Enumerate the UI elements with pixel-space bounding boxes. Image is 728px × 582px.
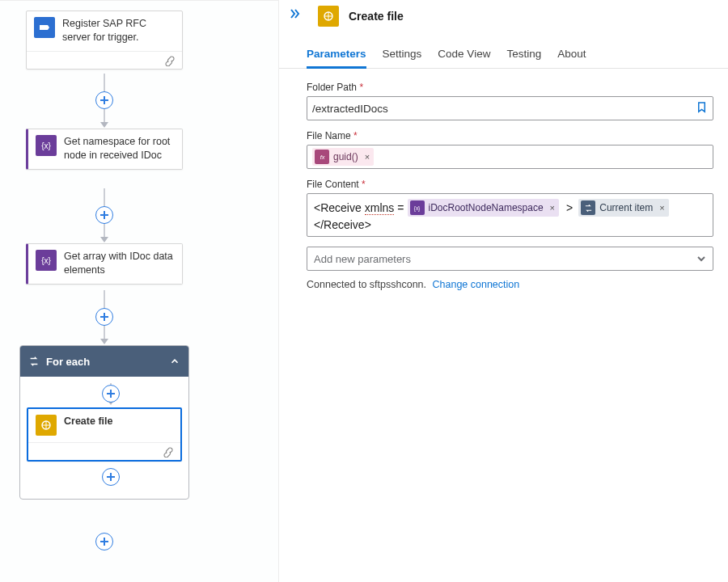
link-icon [163, 446, 174, 458]
tab-about[interactable]: About [557, 48, 586, 68]
add-action-button[interactable] [95, 206, 113, 224]
panel-tabs: Parameters Settings Code View Testing Ab… [279, 27, 728, 69]
node-title: Get array with IDoc data elements [64, 250, 175, 277]
foreach-header[interactable]: For each [20, 346, 188, 377]
add-action-button[interactable] [95, 308, 113, 326]
foreach-title: For each [46, 356, 90, 368]
chip-remove-icon[interactable]: × [365, 152, 370, 162]
loop-icon [28, 356, 40, 367]
change-connection-link[interactable]: Change connection [433, 279, 520, 290]
chip-label: Current item [599, 202, 653, 213]
fx-icon: fx [315, 150, 329, 164]
node-footer-bar [28, 442, 180, 460]
node-footer-bar [27, 51, 182, 69]
add-action-button[interactable] [95, 91, 113, 109]
panel-body: Folder Path * /extractedIDocs File Name … [279, 69, 728, 290]
foreach-body: Create file [20, 377, 188, 499]
xml-text: <Receive [314, 201, 362, 214]
sap-icon [34, 17, 55, 38]
variable-icon: {x} [36, 135, 57, 156]
chip-remove-icon[interactable]: × [550, 203, 555, 213]
add-action-button[interactable] [102, 385, 120, 403]
folder-path-value: /extractedIDocs [312, 103, 388, 115]
chip-label: guid() [333, 151, 358, 162]
node-create-file[interactable]: Create file [27, 407, 182, 462]
properties-panel: Create file Parameters Settings Code Vie… [279, 0, 728, 582]
file-content-input[interactable]: <Receive xmlns = {x} iDocRootNodeNamespa… [307, 193, 713, 237]
xml-text-xmlns: xmlns [365, 201, 395, 215]
node-title: Register SAP RFC server for trigger. [62, 17, 175, 44]
link-icon [164, 55, 176, 66]
tab-testing[interactable]: Testing [506, 48, 541, 68]
file-name-label: File Name * [307, 130, 713, 141]
chip-current-item[interactable]: Current item × [578, 199, 668, 217]
tab-parameters[interactable]: Parameters [307, 48, 366, 69]
connection-text: Connected to sftpsshconn. [307, 279, 426, 290]
node-title: Create file [64, 415, 112, 428]
node-get-array[interactable]: {x} Get array with IDoc data elements [26, 243, 183, 285]
tab-code-view[interactable]: Code View [438, 48, 490, 68]
node-title: Get namespace for root node in received … [64, 135, 175, 162]
xml-text: </Receive> [314, 218, 371, 231]
node-register-sap-rfc[interactable]: Register SAP RFC server for trigger. [26, 11, 183, 70]
xml-text: > [566, 201, 573, 214]
node-get-namespace[interactable]: {x} Get namespace for root node in recei… [26, 129, 183, 170]
folder-path-input[interactable]: /extractedIDocs [307, 96, 713, 120]
chip-remove-icon[interactable]: × [659, 203, 664, 213]
designer-canvas: Register SAP RFC server for trigger. {x}… [0, 0, 279, 582]
sftp-icon [318, 6, 339, 27]
svg-text:{x}: {x} [41, 141, 51, 150]
variable-icon: {x} [36, 250, 57, 271]
svg-text:{x}: {x} [414, 205, 421, 212]
panel-title: Create file [349, 10, 404, 23]
connector-arrow [100, 237, 108, 242]
connector-arrow [100, 339, 108, 344]
folder-path-label: Folder Path * [307, 82, 713, 93]
variable-icon: {x} [410, 200, 425, 215]
chevron-up-icon [169, 356, 180, 367]
chip-label: iDocRootNodeNamespace [429, 202, 544, 213]
tab-settings[interactable]: Settings [383, 48, 422, 68]
loop-icon [581, 200, 595, 215]
chip-idoc-namespace[interactable]: {x} iDocRootNodeNamespace × [408, 199, 560, 217]
chevron-down-icon [696, 254, 706, 264]
folder-picker-icon[interactable] [696, 101, 708, 116]
add-parameters-label: Add new parameters [314, 253, 411, 265]
svg-text:fx: fx [320, 154, 324, 161]
sftp-icon [36, 415, 57, 436]
file-name-input[interactable]: fx guid() × [307, 145, 713, 169]
svg-text:{x}: {x} [41, 256, 51, 265]
xml-text: = [397, 201, 404, 214]
connection-status: Connected to sftpsshconn. Change connect… [307, 279, 713, 290]
chip-guid-expression[interactable]: fx guid() × [312, 148, 374, 166]
add-action-button[interactable] [102, 468, 120, 486]
add-action-button[interactable] [95, 533, 113, 550]
add-parameters-dropdown[interactable]: Add new parameters [307, 247, 713, 271]
node-foreach-container[interactable]: For each Create file [19, 345, 189, 500]
file-content-label: File Content * [307, 179, 713, 190]
collapse-panel-button[interactable] [290, 7, 303, 23]
connector-arrow [100, 122, 108, 128]
panel-header: Create file [279, 0, 728, 27]
